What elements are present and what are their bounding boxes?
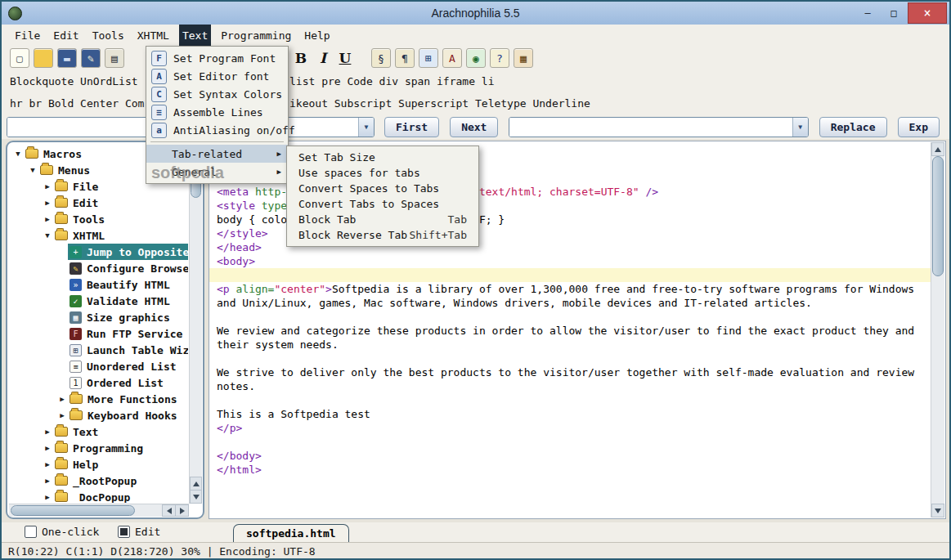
menu-item-set-program-font[interactable]: FSet Program Font — [146, 49, 288, 67]
tree-item-text[interactable]: ▶Text — [9, 423, 188, 440]
tree-collapsed-arrow-icon[interactable]: ▶ — [42, 215, 53, 223]
menu-item-set-editor-font[interactable]: ASet Editor font — [146, 67, 288, 85]
menubar-item-xhtml[interactable]: XHTML — [134, 25, 173, 46]
tag-buttons-right[interactable]: list pre Code div span iframe li — [289, 75, 494, 87]
editor-scroll-down-button[interactable] — [931, 504, 944, 517]
menubar-item-programming[interactable]: Programming — [218, 25, 294, 46]
menu-item-general[interactable]: General▶ — [146, 163, 288, 181]
tree-collapsed-arrow-icon[interactable]: ▶ — [42, 493, 53, 501]
editor-vertical-scrollbar[interactable] — [931, 142, 944, 517]
tree-scroll-down-button[interactable] — [190, 490, 202, 504]
tree-item-more-functions[interactable]: ▶More Functions — [9, 391, 188, 407]
tree-collapsed-arrow-icon[interactable]: ▶ — [42, 428, 53, 436]
menu-item-set-syntax-colors[interactable]: CSet Syntax Colors — [146, 85, 288, 103]
tag-buttons-right[interactable]: ikeout Subscript Superscript Teletype Un… — [289, 97, 590, 110]
table-icon[interactable]: ⊞ — [419, 48, 438, 68]
tree-collapsed-arrow-icon[interactable]: ▶ — [42, 477, 53, 485]
exp-button[interactable]: Exp — [898, 117, 940, 137]
tree-hscroll-thumb[interactable] — [11, 505, 135, 516]
tree-vertical-scrollbar[interactable] — [189, 144, 202, 504]
tree-item-programming[interactable]: ▶Programming — [9, 440, 188, 456]
tree-item-jump-to-opposite-tag[interactable]: Jump to Opposite Tag — [9, 244, 188, 260]
replace-button[interactable]: Replace — [819, 117, 887, 137]
tree-item-unordered-list[interactable]: Unordered List — [9, 358, 188, 374]
html-entities-icon[interactable]: ¶ — [395, 48, 415, 68]
submenu-item-convert-spaces-to-tabs[interactable]: Convert Spaces to Tabs — [287, 181, 478, 196]
minimize-button[interactable]: — — [855, 4, 880, 22]
tree-item-validate-html[interactable]: Validate HTML — [9, 293, 188, 309]
tree-item-docpopup[interactable]: ▶_DocPopup — [9, 489, 188, 503]
save-as-icon[interactable]: ✎ — [81, 48, 101, 68]
menubar-item-text[interactable]: Text — [179, 25, 211, 46]
menubar-item-file[interactable]: File — [11, 25, 43, 46]
tree-collapsed-arrow-icon[interactable]: ▶ — [42, 460, 53, 468]
edit-option[interactable]: Edit — [118, 526, 160, 538]
save-icon[interactable]: ▬ — [57, 48, 77, 68]
tree-item-run-ftp-service[interactable]: Run FTP Service — [9, 325, 188, 342]
first-button[interactable]: First — [384, 117, 439, 137]
tree-item-help[interactable]: ▶Help — [9, 456, 188, 473]
tree-item-label: Ordered List — [87, 377, 164, 389]
replace-dropdown-icon[interactable]: ▼ — [792, 118, 808, 137]
special-chars-icon[interactable]: § — [371, 48, 391, 68]
document-tab[interactable]: softpedia.html — [233, 524, 349, 542]
submenu-item-use-spaces-for-tabs[interactable]: Use spaces for tabs — [287, 165, 478, 181]
next-button[interactable]: Next — [450, 117, 498, 137]
tree-item-rootpopup[interactable]: ▶_RootPopup — [9, 473, 188, 489]
menubar-item-edit[interactable]: Edit — [50, 25, 82, 46]
help-icon[interactable]: ? — [490, 48, 509, 68]
tree-item-keyboard-hooks[interactable]: ▶Keyboard Hooks — [9, 407, 188, 423]
tree-item-size-graphics[interactable]: Size graphics — [9, 309, 188, 325]
tree-expanded-arrow-icon[interactable]: ▼ — [42, 231, 53, 240]
tree-scroll-right-button[interactable] — [175, 504, 189, 517]
replace-input[interactable] — [509, 118, 792, 137]
submenu-item-convert-tabs-to-spaces[interactable]: Convert Tabs to Spaces — [287, 196, 478, 212]
bold-icon[interactable]: B — [292, 49, 310, 67]
tree-horizontal-scrollbar[interactable] — [9, 504, 189, 517]
tree-expanded-arrow-icon[interactable]: ▼ — [12, 150, 24, 158]
menu-item-assemble-lines[interactable]: ≡Assemble Lines — [146, 103, 288, 121]
tree-item-configure-browsers[interactable]: Configure Browsers — [9, 260, 188, 276]
menubar-item-tools[interactable]: Tools — [89, 25, 128, 46]
find-dropdown-icon[interactable]: ▼ — [358, 118, 374, 137]
tree-collapsed-arrow-icon[interactable]: ▶ — [42, 182, 53, 190]
submenu-item-block-reverse-tab[interactable]: Block Reverse TabShift+Tab — [287, 227, 478, 243]
tree-expanded-arrow-icon[interactable]: ▼ — [27, 166, 38, 174]
tag-buttons-left[interactable]: Blockquote UnOrdList — [10, 75, 138, 87]
font-icon[interactable]: A — [442, 48, 462, 68]
editor-vscroll-thumb[interactable] — [932, 156, 944, 276]
menu-item-tab-related[interactable]: Tab-related▶ — [146, 145, 288, 163]
tree-item-xhtml[interactable]: ▼XHTML — [9, 227, 188, 244]
new-file-icon[interactable]: ▢ — [10, 48, 29, 68]
one-click-checkbox[interactable] — [25, 526, 37, 538]
code-line — [217, 352, 931, 365]
tree-scroll-left-button[interactable] — [162, 504, 176, 517]
tree-collapsed-arrow-icon[interactable]: ▶ — [42, 444, 53, 452]
maximize-button[interactable]: □ — [881, 4, 906, 22]
tree-item-beautify-html[interactable]: Beautify HTML — [9, 276, 188, 293]
tree-item-launch-table-wizard[interactable]: Launch Table Wizard — [9, 342, 188, 358]
submenu-item-block-tab[interactable]: Block TabTab — [287, 212, 478, 227]
print-icon[interactable]: ▤ — [105, 48, 124, 68]
tag-buttons-left[interactable]: hr br Bold Center Com — [10, 97, 144, 110]
code-segment: </body> — [217, 450, 262, 462]
tree-collapsed-arrow-icon[interactable]: ▶ — [56, 411, 68, 419]
submenu-item-set-tab-size[interactable]: Set Tab Size — [287, 150, 478, 165]
one-click-option[interactable]: One-click — [25, 526, 99, 538]
tree-collapsed-arrow-icon[interactable]: ▶ — [56, 395, 68, 403]
open-folder-icon[interactable] — [34, 48, 53, 68]
edit-checkbox[interactable] — [118, 526, 130, 538]
editor-scroll-up-button[interactable] — [931, 142, 944, 156]
tree-item-edit[interactable]: ▶Edit — [9, 195, 188, 211]
underline-icon[interactable]: U — [336, 49, 354, 67]
browser-icon[interactable]: ◉ — [466, 48, 486, 68]
tree-item-ordered-list[interactable]: Ordered List — [9, 374, 188, 391]
tree-scroll-up-button[interactable] — [190, 477, 202, 491]
menu-item-antialiasing-on-off[interactable]: aAntiAliasing on/off — [146, 121, 288, 139]
tree-item-tools[interactable]: ▶Tools — [9, 211, 188, 227]
close-button[interactable]: × — [908, 2, 947, 24]
frames-icon[interactable]: ▦ — [514, 48, 533, 68]
menubar-item-help[interactable]: Help — [301, 25, 333, 46]
italic-icon[interactable]: I — [314, 49, 332, 67]
tree-collapsed-arrow-icon[interactable]: ▶ — [42, 199, 53, 207]
